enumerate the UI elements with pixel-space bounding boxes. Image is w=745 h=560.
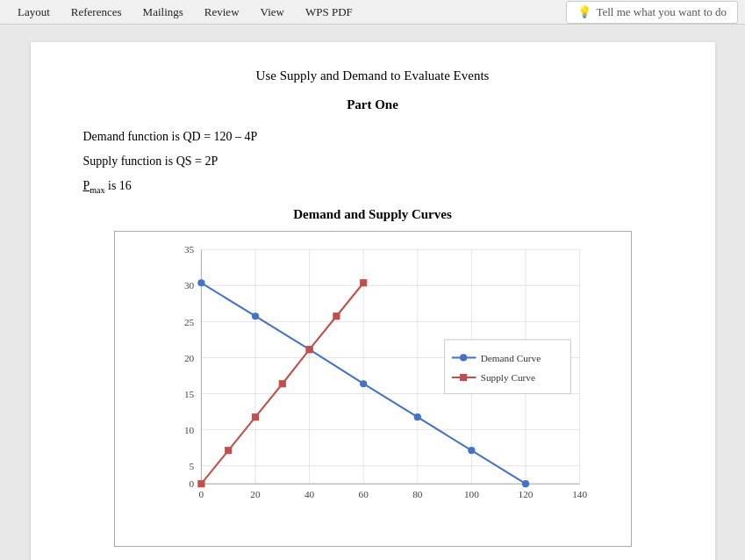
- svg-rect-42: [251, 413, 258, 420]
- lightbulb-icon: 💡: [577, 5, 591, 19]
- menu-review[interactable]: Review: [194, 2, 250, 23]
- svg-text:120: 120: [518, 488, 533, 499]
- svg-text:0: 0: [198, 488, 204, 499]
- document-page: Use Supply and Demand to Evaluate Events…: [31, 42, 715, 560]
- svg-text:35: 35: [183, 244, 194, 255]
- document-title: Use Supply and Demand to Evaluate Events: [83, 68, 663, 83]
- svg-text:100: 100: [463, 488, 478, 499]
- svg-text:80: 80: [412, 488, 423, 499]
- svg-point-34: [251, 312, 258, 319]
- menu-mailings[interactable]: Mailings: [133, 2, 194, 23]
- svg-point-39: [521, 480, 528, 487]
- svg-point-33: [197, 279, 204, 286]
- tell-me-field[interactable]: 💡 Tell me what you want to do: [566, 1, 738, 24]
- svg-text:0: 0: [189, 478, 194, 489]
- svg-text:20: 20: [250, 488, 261, 499]
- svg-rect-47: [444, 340, 570, 394]
- svg-rect-45: [333, 312, 340, 319]
- svg-rect-44: [305, 346, 312, 353]
- tell-me-label: Tell me what you want to do: [596, 5, 727, 19]
- menubar: Layout References Mailings Review View W…: [0, 0, 745, 25]
- chart-svg: 35 30 25 20 15 10 5 0 0 20 40 60 80 100 …: [159, 241, 622, 511]
- menu-wps-pdf[interactable]: WPS PDF: [295, 2, 363, 23]
- svg-rect-51: [460, 374, 467, 381]
- document-area: Use Supply and Demand to Evaluate Events…: [0, 25, 745, 560]
- svg-rect-40: [197, 480, 204, 487]
- menu-layout[interactable]: Layout: [7, 2, 61, 23]
- svg-text:15: 15: [183, 388, 194, 398]
- pmax-line: Pmax is 16: [83, 179, 663, 195]
- svg-point-49: [460, 354, 467, 361]
- svg-text:60: 60: [358, 488, 369, 499]
- legend-demand-label: Demand Curve: [480, 352, 541, 363]
- svg-rect-41: [225, 447, 232, 454]
- document-subtitle: Part One: [83, 97, 663, 112]
- svg-point-38: [468, 447, 475, 454]
- menu-view[interactable]: View: [250, 2, 295, 23]
- svg-text:20: 20: [183, 352, 194, 363]
- svg-text:5: 5: [189, 461, 194, 471]
- chart-title: Demand and Supply Curves: [83, 207, 663, 222]
- svg-rect-46: [360, 279, 367, 286]
- svg-point-36: [360, 380, 367, 387]
- menu-references[interactable]: References: [61, 2, 133, 23]
- demand-function-line: Demand function is QD = 120 – 4P: [83, 130, 663, 144]
- svg-text:140: 140: [572, 488, 587, 499]
- legend-supply-label: Supply Curve: [480, 372, 534, 383]
- svg-text:40: 40: [304, 488, 314, 499]
- svg-text:25: 25: [183, 316, 194, 327]
- svg-text:10: 10: [183, 425, 194, 435]
- svg-text:30: 30: [183, 280, 194, 291]
- svg-rect-43: [278, 380, 285, 387]
- supply-function-line: Supply function is QS = 2P: [83, 154, 663, 169]
- svg-point-37: [413, 413, 420, 420]
- chart-container: 35 30 25 20 15 10 5 0 0 20 40 60 80 100 …: [114, 231, 632, 547]
